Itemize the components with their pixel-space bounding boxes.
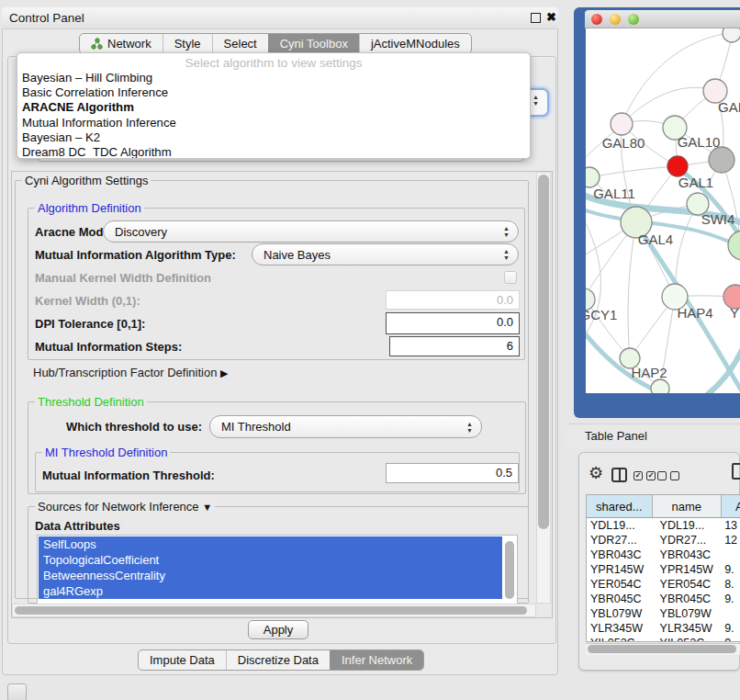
window-minimize-icon[interactable] — [610, 14, 621, 25]
table-row[interactable]: YBR045CYBR045C9. — [587, 592, 740, 606]
tab-infer-network[interactable]: Infer Network — [330, 650, 423, 670]
manual-kernel-checkbox[interactable] — [504, 271, 517, 284]
split-view-icon[interactable] — [611, 468, 627, 482]
table-cell: YIL052C — [653, 636, 723, 642]
select-all-columns-icon[interactable]: ✓✓ — [633, 471, 656, 480]
which-threshold-combo[interactable]: MI Threshold ▲▼ — [209, 415, 482, 438]
network-node[interactable] — [728, 231, 740, 260]
algorithm-option-mutual-information-inference[interactable]: Mutual Information Inference — [17, 116, 530, 130]
dpi-tolerance-label: DPI Tolerance [0,1]: — [35, 317, 145, 331]
sources-group-toggle[interactable]: Sources for Network Inference ▼ — [35, 500, 215, 514]
attribute-item-selfloops[interactable]: SelfLoops — [39, 536, 502, 552]
control-panel-tabs: NetworkStyleSelectCyni ToolboxjActiveMNo… — [79, 33, 472, 54]
attribute-item-gal4rgexp[interactable]: gal4RGexp — [39, 583, 502, 599]
algorithm-option-aracne-algorithm[interactable]: ARACNE Algorithm — [17, 100, 530, 115]
network-node[interactable] — [651, 379, 669, 393]
network-edge[interactable] — [628, 222, 636, 358]
deselect-all-columns-icon[interactable] — [657, 471, 679, 480]
network-node[interactable] — [723, 28, 740, 42]
algorithm-dropdown-items: Bayesian – Hill ClimbingBasic Correlatio… — [17, 71, 530, 159]
mi-threshold-field[interactable]: 0.5 — [386, 463, 519, 483]
control-panel-titlebar — [2, 7, 558, 29]
table-row[interactable]: YDL19...YDL19...13 — [587, 518, 740, 533]
attribute-item-topologicalcoefficient[interactable]: TopologicalCoefficient — [39, 552, 502, 568]
tab-network[interactable]: Network — [80, 34, 163, 53]
window-close-icon[interactable] — [591, 14, 602, 25]
table-cell — [722, 606, 740, 621]
mi-steps-label: Mutual Information Steps: — [35, 340, 182, 354]
network-node[interactable] — [709, 147, 734, 173]
aracne-mode-combo[interactable]: Discovery ▲▼ — [103, 220, 519, 243]
hub-definition-toggle[interactable]: Hub/Transcription Factor Definition ▶ — [33, 366, 228, 379]
table-cell: YLR345W — [587, 621, 653, 636]
algorithm-option-bayesian-k2[interactable]: Bayesian – K2 — [17, 130, 530, 145]
data-attributes-list[interactable]: SelfLoopsTopologicalCoefficientBetweenne… — [37, 535, 518, 604]
table-row[interactable]: YDR27...YDR27...12 — [587, 533, 740, 548]
dpi-tolerance-field[interactable]: 0.0 — [386, 312, 520, 334]
table-row[interactable]: YBR043CYBR043C — [587, 548, 740, 562]
which-threshold-label: Which threshold to use: — [66, 420, 202, 434]
table-cell: 12 — [722, 533, 740, 548]
column-header-shared[interactable]: shared... — [587, 495, 653, 517]
mi-threshold-group-title: MI Threshold Definition — [42, 446, 170, 459]
network-node-label: SWI4 — [701, 211, 735, 227]
tab-discretize-data[interactable]: Discretize Data — [226, 650, 330, 670]
table-row[interactable]: YBL079WYBL079W — [587, 606, 740, 621]
tab-impute-data[interactable]: Impute Data — [139, 650, 226, 670]
table-cell: YBR043C — [587, 548, 653, 562]
network-window-titlebar[interactable] — [585, 10, 740, 28]
expand-right-arrow-icon: ▶ — [220, 367, 228, 378]
table-row[interactable]: YER054CYER054C8. — [587, 577, 740, 592]
float-panel-icon[interactable] — [531, 13, 541, 23]
combo-arrows-icon: ▲▼ — [466, 421, 473, 434]
table-cell: YDL19... — [587, 518, 653, 533]
network-node-gal80[interactable] — [611, 113, 633, 135]
network-icon — [91, 38, 103, 50]
tab-select[interactable]: Select — [212, 34, 268, 53]
table-cell: YER054C — [587, 577, 653, 592]
algorithm-option-bayesian-hill-climbing[interactable]: Bayesian – Hill Climbing — [17, 71, 530, 85]
tab-cyni-toolbox[interactable]: Cyni Toolbox — [268, 34, 359, 53]
apply-button[interactable]: Apply — [248, 620, 308, 639]
table-row[interactable]: YPR145WYPR145W9. — [587, 562, 740, 577]
hub-definition-label: Hub/Transcription Factor Definition — [33, 366, 217, 379]
network-node-label: GAL11 — [593, 186, 635, 201]
table-cell: YBL079W — [653, 606, 723, 621]
column-header-a[interactable]: A — [722, 495, 740, 517]
mi-type-combo[interactable]: Naive Bayes ▲▼ — [252, 243, 519, 265]
network-edge[interactable] — [589, 166, 678, 177]
settings-horizontal-scrollbar-thumb[interactable] — [15, 606, 527, 615]
gear-icon[interactable]: ⚙ — [589, 465, 603, 481]
column-header-name[interactable]: name — [653, 495, 723, 517]
table-cell: 8. — [722, 577, 740, 592]
combo-arrows-icon: ▲▼ — [503, 225, 510, 238]
table-header-row: shared...nameA — [587, 495, 740, 518]
tab-jactivemnodules[interactable]: jActiveMNodules — [359, 34, 471, 53]
panel-toggle-button[interactable] — [7, 683, 27, 700]
table-cell: YBL079W — [587, 606, 653, 621]
tab-label: Network — [107, 37, 151, 51]
threshold-definition-title: Threshold Definition — [35, 395, 147, 409]
settings-vertical-scrollbar-thumb[interactable] — [538, 175, 549, 529]
new-table-icon[interactable] — [732, 463, 740, 480]
table-cell: 9. — [722, 562, 740, 577]
kernel-width-label: Kernel Width (0,1): — [35, 294, 140, 308]
table-row[interactable]: YLR345WYLR345W9. — [587, 621, 740, 636]
table-row[interactable]: YIL052CYIL052C9. — [587, 636, 740, 642]
mi-steps-field[interactable]: 6 — [389, 336, 520, 356]
window-zoom-icon[interactable] — [628, 14, 639, 25]
network-canvas[interactable]: GALGAL80GAL10GAL1GAL11SWI4GAL4GCY1HAP4YH… — [586, 28, 740, 393]
attributes-list-scrollbar[interactable] — [505, 541, 514, 599]
tab-label: Select — [224, 37, 257, 51]
node-table: shared...nameA YDL19...YDL19...13YDR27..… — [586, 494, 740, 642]
kernel-width-field[interactable]: 0.0 — [386, 290, 520, 310]
algorithm-option-dream8-dc-tdc-algorithm[interactable]: Dream8 DC_TDC Algorithm — [17, 145, 530, 159]
algorithm-option-basic-correlation-inference[interactable]: Basic Correlation Inference — [17, 85, 530, 100]
tab-style[interactable]: Style — [163, 34, 212, 53]
attribute-item-betweennesscentrality[interactable]: BetweennessCentrality — [39, 568, 502, 583]
close-icon[interactable]: ✖ — [546, 10, 556, 24]
sources-group-title: Sources for Network Inference — [38, 500, 199, 514]
network-node-gal1[interactable] — [667, 156, 688, 176]
table-horizontal-scrollbar-thumb[interactable] — [588, 645, 736, 653]
table-cell: 9. — [722, 592, 740, 606]
